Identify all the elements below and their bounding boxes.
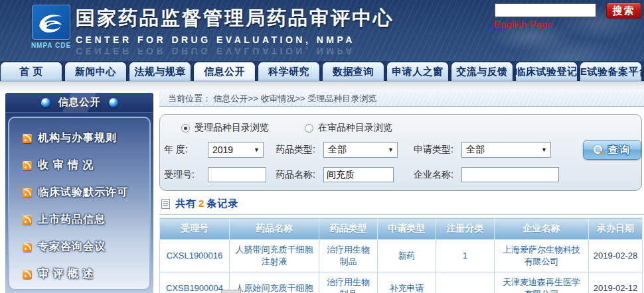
chevron-down-icon: ▼ (541, 146, 547, 153)
nav-tab-6[interactable]: 数据查询 (323, 62, 384, 81)
table-cell: CXSL1900016 (160, 240, 230, 272)
nav-tab-4[interactable]: 信息公开 (194, 62, 255, 81)
nav-tab-5[interactable]: 科学研究 (258, 62, 319, 81)
apply-type-select[interactable]: 全部 ▼ (461, 142, 551, 158)
sidebar-item-label: 审 评 概 述 (38, 267, 94, 281)
column-header-3: 药品类型 (319, 218, 378, 240)
catalog-type-radio-row: 受理品种目录浏览 在审品种目录浏览 (164, 121, 641, 135)
nav-tab-label: 数据查询 (333, 66, 374, 78)
site-title-en: CENTER FOR DRUG EVALUATION, NMPA (76, 34, 394, 45)
column-header-5: 注册分类 (436, 218, 495, 240)
company-group: 企业名称: (414, 167, 571, 182)
table-cell: 人脐带间充质干细胞注射液 (230, 240, 319, 272)
sidebar-item-label: 上市药品信息 (38, 213, 106, 227)
sidebar-item-5[interactable]: 专家咨询会议 (9, 233, 149, 261)
swoosh-icon (36, 10, 66, 35)
table-cell: 1 (436, 240, 495, 272)
under-review-catalog-radio-label[interactable]: 在审品种目录浏览 (318, 122, 392, 134)
sidebar-item-6[interactable]: 审 评 概 述 (9, 261, 149, 288)
filter-row-selects: 年 度: 2019 ▼ 药品类型: 全部 ▼ 申请类型: (164, 140, 641, 160)
nmpa-cde-logo-icon (32, 5, 70, 40)
pagination-partial[interactable] (221, 290, 241, 293)
year-select[interactable]: 2019 ▼ (208, 142, 264, 158)
rss-icon (23, 243, 32, 252)
count-prefix: 共有 (175, 198, 197, 209)
nav-divider-strip (0, 81, 644, 91)
table-cell: 补充申请 (378, 272, 436, 293)
drug-name-label: 药品名称: (276, 169, 323, 181)
nav-tabs: 首 页新闻中心法规与规章信息公开科学研究数据查询申请人之窗交流与反馈临床试验登记… (0, 61, 644, 81)
title-block: 国家药品监督管理局药品审评中心 CENTER FOR DRUG EVALUATI… (76, 5, 394, 56)
acceptance-no-group: 受理号: (164, 167, 276, 182)
drug-type-select[interactable]: 全部 ▼ (323, 142, 398, 158)
english-page-link[interactable]: English Page (494, 19, 552, 30)
chevron-down-icon: ▼ (254, 146, 260, 153)
result-summary: 共有2条记录 (161, 197, 644, 210)
column-header-2: 药品名称 (230, 218, 319, 240)
site-title-en-reflection: CENTER FOR DRUG EVALUATION, NMPA (76, 46, 394, 56)
filter-panel: 受理品种目录浏览 在审品种目录浏览 年 度: 2019 ▼ 药品类型: 全部 (159, 114, 642, 191)
list-icon (161, 199, 170, 209)
nav-tab-2[interactable]: 新闻中心 (65, 62, 126, 81)
drug-type-group: 药品类型: 全部 ▼ (276, 142, 414, 158)
acceptance-no-label: 受理号: (164, 169, 208, 181)
nav-tab-label: 新闻中心 (75, 66, 116, 78)
sidebar-item-2[interactable]: 收 审 情 况 (9, 152, 149, 179)
sidebar-item-4[interactable]: 上市药品信息 (9, 206, 149, 233)
site-header: NMPA CDE 国家药品监督管理局药品审评中心 CENTER FOR DRUG… (0, 0, 644, 61)
record-count: 2 (197, 198, 206, 209)
acceptance-no-input[interactable] (208, 167, 266, 182)
company-label: 企业名称: (414, 169, 461, 181)
query-button[interactable]: 查询 (583, 140, 641, 160)
table-cell: 治疗用生物制品 (319, 272, 378, 293)
sidebar-item-3[interactable]: 临床试验默示许可 (9, 179, 149, 206)
search-button[interactable]: 搜索 (606, 3, 641, 19)
rss-icon (23, 188, 32, 198)
nav-tab-10[interactable]: BE试验备案平台 (580, 62, 641, 81)
nav-tab-label: 科学研究 (268, 66, 309, 78)
nav-tab-3[interactable]: 法规与规章 (129, 62, 191, 81)
breadcrumb: 当前位置： 信息公开>> 收审情况>> 受理品种目录浏览 (159, 91, 644, 107)
accepted-catalog-radio-label[interactable]: 受理品种目录浏览 (195, 122, 269, 134)
site-title-cn: 国家药品监督管理局药品审评中心 (76, 5, 394, 32)
table-cell: 2019-02-28 (589, 240, 643, 272)
column-header-7: 承办日期 (589, 218, 643, 240)
column-header-1: 受理号 (160, 218, 230, 240)
count-suffix: 条记录 (206, 198, 238, 209)
nav-tab-1[interactable]: 首 页 (1, 62, 62, 81)
table-cell: CXSB1900004 (160, 272, 230, 293)
company-input[interactable] (461, 167, 559, 182)
year-label: 年 度: (164, 144, 208, 156)
query-button-label: 查询 (608, 144, 631, 156)
nav-tab-8[interactable]: 交流与反馈 (451, 62, 513, 81)
magnifier-icon (594, 145, 604, 155)
logo-block[interactable]: NMPA CDE (31, 5, 72, 49)
nav-tab-9[interactable]: 临床试验登记 (516, 62, 577, 81)
table-row-1[interactable]: CXSL1900016人脐带间充质干细胞注射液治疗用生物制品新药1上海爱萨尔生物… (160, 240, 643, 272)
sidebar: 信息公开 机构与办事规则收 审 情 况临床试验默示许可上市药品信息专家咨询会议审… (5, 93, 153, 293)
nav-tab-label: 信息公开 (204, 66, 245, 78)
sidebar-menu: 机构与办事规则收 审 情 况临床试验默示许可上市药品信息专家咨询会议审 评 概 … (8, 117, 151, 290)
table-cell: 2019-02-12 (589, 272, 643, 293)
search-input[interactable] (495, 3, 596, 17)
table-cell: 天津麦迪森再生医学有限公司 (495, 272, 589, 293)
accepted-catalog-radio[interactable] (181, 124, 190, 133)
chevron-down-icon: ▼ (388, 146, 394, 153)
under-review-catalog-radio[interactable] (305, 124, 313, 133)
column-header-6: 企业名称 (495, 218, 589, 240)
drug-name-input[interactable] (323, 167, 394, 182)
table-header-row: 受理号药品名称药品类型申请类型注册分类企业名称承办日期 (160, 218, 643, 240)
sidebar-item-label: 收 审 情 况 (38, 158, 94, 172)
nav-tab-7[interactable]: 申请人之窗 (387, 62, 448, 81)
sidebar-title: 信息公开 (58, 96, 101, 109)
nav-tab-label: 申请人之窗 (392, 66, 443, 78)
nav-tab-label: BE试验备案平台 (580, 66, 641, 78)
sidebar-item-1[interactable]: 机构与办事规则 (9, 125, 149, 152)
logo-caption: NMPA CDE (31, 42, 72, 49)
apply-type-select-value: 全部 (466, 144, 485, 156)
rss-icon (23, 134, 32, 143)
table-cell (436, 272, 495, 293)
rss-icon (23, 215, 32, 225)
apply-type-group: 申请类型: 全部 ▼ (414, 142, 571, 158)
result-summary-text: 共有2条记录 (175, 198, 238, 210)
